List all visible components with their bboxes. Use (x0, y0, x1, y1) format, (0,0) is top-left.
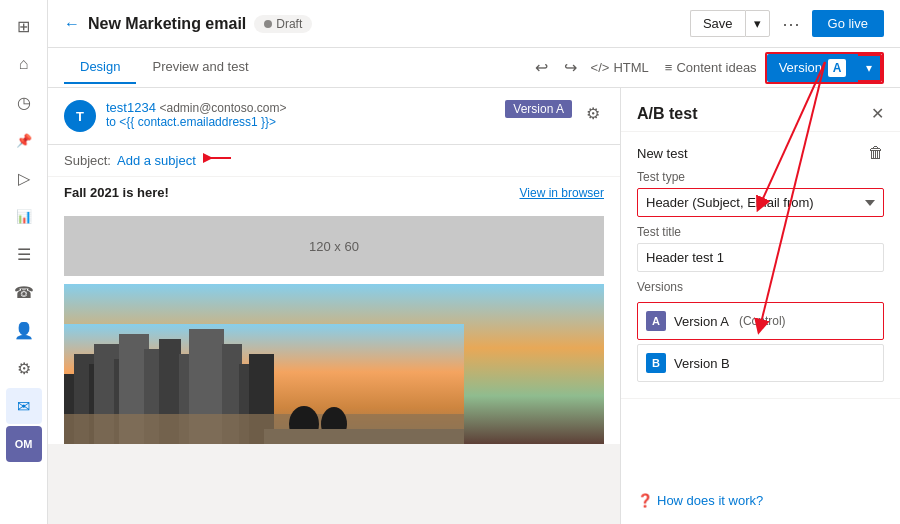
save-chevron-icon: ▾ (754, 16, 761, 31)
test-title-label: Test title (637, 225, 884, 239)
redo-button[interactable]: ↪ (558, 54, 583, 81)
email-settings-icon[interactable]: ⚙ (582, 100, 604, 127)
help-circle-icon: ❓ (637, 493, 653, 508)
ab-panel-close-button[interactable]: ✕ (871, 104, 884, 123)
version-b-item[interactable]: B Version B (637, 344, 884, 382)
email-header: T test1234 <admin@contoso.com> to <{{ co… (48, 88, 620, 145)
fall-title: Fall 2021 is here! (64, 185, 169, 200)
user-avatar[interactable]: OM (6, 426, 42, 462)
content-ideas-icon: ≡ (665, 60, 673, 75)
version-letter: A (828, 59, 846, 77)
version-a-control: (Control) (739, 314, 786, 328)
nav-chart-icon[interactable]: 📊 (6, 198, 42, 234)
page-title: New Marketing email (88, 15, 246, 33)
back-button[interactable]: ← (64, 15, 80, 33)
ab-panel-header: A/B test ✕ (621, 88, 900, 132)
nav-home-icon[interactable]: ⌂ (6, 46, 42, 82)
more-options-button[interactable]: ⋯ (778, 9, 804, 39)
test-type-select[interactable]: Header (Subject, Email from) (637, 188, 884, 217)
save-button[interactable]: Save (690, 10, 745, 37)
nav-play-icon[interactable]: ▷ (6, 160, 42, 196)
version-a-item[interactable]: A Version A (Control) (637, 302, 884, 340)
placeholder-image: 120 x 60 (64, 216, 604, 276)
main-content: ← New Marketing email Draft Save ▾ ⋯ Go … (48, 0, 900, 524)
undo-button[interactable]: ↩ (529, 54, 554, 81)
version-b-name: Version B (674, 356, 730, 371)
content-ideas-button[interactable]: ≡ ≡ Content ideas Content ideas (657, 56, 765, 79)
subject-label: Subject: (64, 153, 111, 168)
sender-to: to <{{ contact.emailaddress1 }}> (106, 115, 495, 129)
nav-mail-icon[interactable]: ✉ (6, 388, 42, 424)
ab-test-panel: A/B test ✕ New test 🗑 Test type Header (… (620, 88, 900, 524)
top-bar: ← New Marketing email Draft Save ▾ ⋯ Go … (48, 0, 900, 48)
version-a-name: Version A (674, 314, 729, 329)
add-subject-link[interactable]: Add a subject (117, 153, 196, 168)
tab-preview-test[interactable]: Preview and test (136, 51, 264, 84)
html-icon: </> (591, 60, 610, 75)
subject-arrow-icon (203, 143, 233, 173)
sender-info: test1234 <admin@contoso.com> to <{{ cont… (106, 100, 495, 129)
email-top-bar: Fall 2021 is here! View in browser (48, 177, 620, 208)
email-wrapper: T test1234 <admin@contoso.com> to <{{ co… (48, 88, 620, 444)
subject-line: Subject: Add a subject (48, 145, 620, 177)
nav-list-icon[interactable]: ☰ (6, 236, 42, 272)
draft-status: Draft (254, 15, 312, 33)
sender-name: test1234 <admin@contoso.com> (106, 100, 495, 115)
left-navigation: ⊞ ⌂ ◷ 📌 ▷ 📊 ☰ ☎ 👤 ⚙ ✉ OM (0, 0, 48, 524)
versions-list: A Version A (Control) B Version B (637, 302, 884, 382)
delete-test-icon[interactable]: 🗑 (868, 144, 884, 162)
email-canvas: T test1234 <admin@contoso.com> to <{{ co… (48, 88, 620, 524)
back-arrow-icon: ← (64, 15, 80, 33)
version-label: Version (779, 60, 822, 75)
nav-person-icon[interactable]: 👤 (6, 312, 42, 348)
version-tag: Version A (505, 100, 572, 118)
view-in-browser-link[interactable]: View in browser (520, 186, 604, 200)
version-badge[interactable]: Version A (767, 54, 858, 82)
test-type-label: Test type (637, 170, 884, 184)
body-area: T test1234 <admin@contoso.com> to <{{ co… (48, 88, 900, 524)
ab-panel-title: A/B test (637, 105, 697, 123)
city-image (64, 284, 604, 444)
test-title-input[interactable] (637, 243, 884, 272)
svg-rect-18 (264, 429, 464, 444)
versions-label: Versions (637, 280, 884, 294)
nav-clock-icon[interactable]: ◷ (6, 84, 42, 120)
draft-label: Draft (276, 17, 302, 31)
tab-design[interactable]: Design (64, 51, 136, 84)
nav-pin-icon[interactable]: 📌 (6, 122, 42, 158)
draft-dot (264, 20, 272, 28)
version-dropdown-button[interactable]: ▾ (858, 54, 882, 82)
tabs-bar: Design Preview and test ↩ ↪ </> HTML ≡ ≡… (48, 48, 900, 88)
go-live-button[interactable]: Go live (812, 10, 884, 37)
ab-panel-footer: ❓ How does it work? (621, 477, 900, 524)
save-dropdown-button[interactable]: ▾ (745, 10, 770, 37)
how-does-it-work-link[interactable]: ❓ How does it work? (637, 493, 884, 508)
version-b-letter: B (646, 353, 666, 373)
nav-phone-icon[interactable]: ☎ (6, 274, 42, 310)
ab-section-title: New test (637, 146, 688, 161)
sender-avatar: T (64, 100, 96, 132)
ab-test-section: New test 🗑 Test type Header (Subject, Em… (621, 132, 900, 399)
city-skyline-svg (64, 324, 464, 444)
version-a-letter: A (646, 311, 666, 331)
more-icon: ⋯ (782, 14, 800, 34)
nav-settings-icon[interactable]: ⚙ (6, 350, 42, 386)
nav-grid-icon[interactable]: ⊞ (6, 8, 42, 44)
html-button[interactable]: </> HTML (583, 56, 657, 79)
